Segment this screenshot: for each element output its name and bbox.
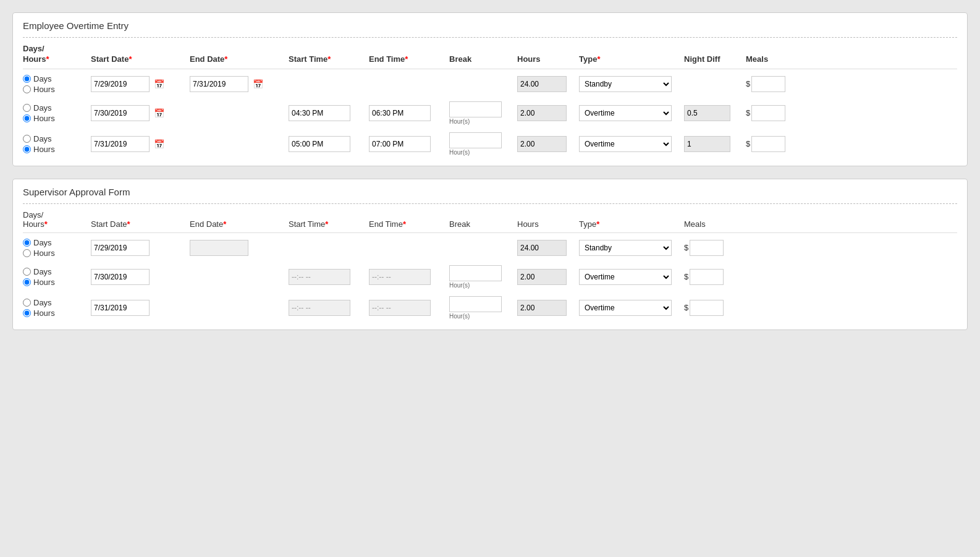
supervisor-approval-panel: Supervisor Approval Form Days/Hours* Sta… xyxy=(12,179,968,330)
start-date-input[interactable] xyxy=(91,300,150,316)
days-radio-label[interactable]: Days xyxy=(23,267,91,276)
hours-cell xyxy=(517,136,579,152)
type-select[interactable]: Overtime Standby Regular Holiday xyxy=(579,300,672,316)
hours-radio-label[interactable]: Hours xyxy=(23,85,91,94)
hours-radio[interactable] xyxy=(23,85,31,93)
days-radio-label[interactable]: Days xyxy=(23,238,91,247)
end-time-input[interactable] xyxy=(369,105,431,121)
hours-input[interactable] xyxy=(517,269,567,285)
hours-cell xyxy=(517,105,579,121)
required-marker: * xyxy=(223,219,226,229)
calendar-icon[interactable]: 📅 xyxy=(152,77,166,91)
hours-radio[interactable] xyxy=(23,145,31,153)
meals-cell: $ xyxy=(746,76,795,92)
start-date-cell: 📅 xyxy=(91,76,190,92)
hours-radio-label[interactable]: Hours xyxy=(23,249,91,258)
hours-input[interactable] xyxy=(517,240,567,256)
calendar-icon[interactable]: 📅 xyxy=(152,106,166,120)
hours-radio-label[interactable]: Hours xyxy=(23,308,91,318)
calendar-icon[interactable]: 📅 xyxy=(251,77,264,91)
start-time-cell xyxy=(289,300,369,316)
days-radio[interactable] xyxy=(23,135,31,143)
hours-radio-label[interactable]: Hours xyxy=(23,114,91,123)
table-row: Days Hours 📅 Hour(s) Overtime Stan xyxy=(23,132,957,156)
days-hours-radio-group: Days Hours xyxy=(23,103,91,123)
days-radio-label[interactable]: Days xyxy=(23,74,91,83)
hours-input[interactable] xyxy=(517,105,567,121)
night-diff-input[interactable] xyxy=(684,105,730,121)
days-radio[interactable] xyxy=(23,299,31,307)
employee-overtime-header: Days/Hours* Start Date* End Date* Start … xyxy=(23,44,957,69)
type-select[interactable]: Overtime Standby Regular Holiday xyxy=(579,105,672,121)
required-marker: * xyxy=(325,219,328,229)
end-time-input[interactable] xyxy=(369,136,431,152)
days-radio-label[interactable]: Days xyxy=(23,298,91,307)
end-date-input[interactable] xyxy=(190,240,248,256)
start-time-input[interactable] xyxy=(289,269,350,285)
type-select[interactable]: Standby Overtime Regular Holiday xyxy=(579,76,672,92)
days-radio[interactable] xyxy=(23,268,31,276)
start-date-input[interactable] xyxy=(91,105,150,121)
end-time-input[interactable] xyxy=(369,269,431,285)
break-input[interactable] xyxy=(449,296,502,312)
type-select[interactable]: Overtime Standby Regular Holiday xyxy=(579,136,672,152)
hours-input[interactable] xyxy=(517,76,567,92)
meals-input[interactable] xyxy=(751,76,785,92)
start-date-input[interactable] xyxy=(91,269,150,285)
end-date-input[interactable] xyxy=(190,76,248,92)
days-hours-radio-group: Days Hours xyxy=(23,134,91,154)
start-time-input[interactable] xyxy=(289,105,350,121)
days-radio[interactable] xyxy=(23,104,31,112)
hours-radio[interactable] xyxy=(23,114,31,122)
type-cell: Overtime Standby Regular Holiday xyxy=(579,269,684,285)
start-date-cell xyxy=(91,269,190,285)
hours-radio-label[interactable]: Hours xyxy=(23,145,91,154)
calendar-icon[interactable]: 📅 xyxy=(152,137,166,151)
start-time-cell xyxy=(289,269,369,285)
hours-radio[interactable] xyxy=(23,309,31,317)
meals-input[interactable] xyxy=(690,269,724,285)
hours-input[interactable] xyxy=(517,300,567,316)
meals-input[interactable] xyxy=(690,300,724,316)
col-break: Break xyxy=(449,219,517,229)
end-time-cell xyxy=(369,136,449,152)
break-unit-label: Hour(s) xyxy=(449,313,470,320)
hours-radio[interactable] xyxy=(23,249,31,257)
col-days-hours: Days/Hours* xyxy=(23,210,91,229)
days-radio-label[interactable]: Days xyxy=(23,103,91,113)
meals-input[interactable] xyxy=(751,136,785,152)
break-input[interactable] xyxy=(449,101,502,117)
days-radio[interactable] xyxy=(23,239,31,247)
hours-radio[interactable] xyxy=(23,278,31,286)
days-radio-label[interactable]: Days xyxy=(23,134,91,143)
hours-radio-label[interactable]: Hours xyxy=(23,278,91,287)
days-radio[interactable] xyxy=(23,75,31,83)
required-marker: * xyxy=(596,219,599,229)
col-hours: Hours xyxy=(517,219,579,229)
type-cell: Overtime Standby Regular Holiday xyxy=(579,300,684,316)
type-select[interactable]: Overtime Standby Regular Holiday xyxy=(579,269,672,285)
start-date-input[interactable] xyxy=(91,240,150,256)
start-date-input[interactable] xyxy=(91,136,150,152)
end-time-input[interactable] xyxy=(369,300,431,316)
break-input[interactable] xyxy=(449,265,502,281)
start-time-input[interactable] xyxy=(289,300,350,316)
night-diff-input[interactable] xyxy=(684,136,730,152)
table-row: Days Hours 📅 Hour(s) Overtime Stan xyxy=(23,101,957,125)
start-time-cell xyxy=(289,136,369,152)
required-marker: * xyxy=(403,219,406,229)
type-select[interactable]: Standby Overtime Regular Holiday xyxy=(579,240,672,256)
meals-input[interactable] xyxy=(751,105,785,121)
table-row: Days Hours Hour(s) Overtime Standby xyxy=(23,265,957,289)
start-time-cell xyxy=(289,105,369,121)
break-input[interactable] xyxy=(449,132,502,148)
table-row: Days Hours 📅 📅 Standby Overtime Regular … xyxy=(23,74,957,94)
days-hours-radio-group: Days Hours xyxy=(23,238,91,258)
supervisor-approval-title: Supervisor Approval Form xyxy=(23,187,957,197)
col-type: Type* xyxy=(579,219,684,229)
hours-input[interactable] xyxy=(517,136,567,152)
dollar-sign: $ xyxy=(746,108,750,117)
start-time-input[interactable] xyxy=(289,136,350,152)
meals-input[interactable] xyxy=(690,240,724,256)
start-date-input[interactable] xyxy=(91,76,150,92)
